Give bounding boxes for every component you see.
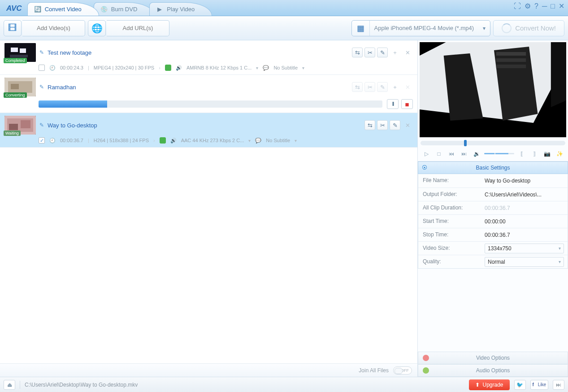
stop-time-value[interactable]: 00:00:36.7: [485, 232, 510, 238]
cut-icon[interactable]: ✂: [377, 120, 388, 130]
close-icon[interactable]: ✕: [559, 2, 564, 10]
button-label: Add Video(s): [22, 20, 85, 36]
minimize-icon[interactable]: ─: [542, 2, 547, 10]
progress-bar: [39, 100, 382, 108]
profile-label: Apple iPhone6 MPEG-4 Movie (*.mp4): [370, 25, 479, 31]
prev-icon[interactable]: ⏮: [447, 149, 456, 159]
list-item[interactable]: Waiting ✎ Way to Go-desktop ⇆ ✂ ✎ ✕ ✓ 🕘 …: [0, 113, 417, 148]
label: Start Time:: [418, 215, 481, 228]
add-urls-button[interactable]: 🌐 Add URL(s): [88, 20, 169, 37]
list-item[interactable]: Converting ✎ Ramadhan ⇆ ✂ ✎ + ✕ II: [0, 75, 417, 113]
join-toggle[interactable]: OFF: [393, 366, 412, 375]
tab-label: Play Video: [167, 6, 195, 13]
list-item[interactable]: Completed ✎ Test new footage ⇆ ✂ ✎ + ✕ 🕘: [0, 40, 417, 75]
facebook-like-button[interactable]: f Like: [530, 380, 548, 390]
statusbar: ⏏ C:\Users\Ariel\Desktop\Way to Go-deskt…: [0, 377, 568, 392]
open-folder-button[interactable]: ⏏: [4, 380, 15, 390]
start-time-value[interactable]: 00:00:00: [485, 218, 506, 225]
output-profile-select[interactable]: ▦ Apple iPhone6 MPEG-4 Movie (*.mp4) ▾: [351, 20, 491, 36]
item-title[interactable]: Way to Go-desktop: [48, 122, 97, 129]
gear-icon[interactable]: ⚙: [525, 2, 531, 10]
cut-icon[interactable]: ✂: [364, 48, 375, 57]
label: Stop Time:: [418, 228, 481, 241]
chevron-down-icon[interactable]: ▾: [248, 138, 251, 143]
checkbox[interactable]: ✓: [39, 137, 45, 144]
item-title[interactable]: Test new footage: [48, 49, 91, 56]
pencil-icon[interactable]: ✎: [39, 49, 44, 56]
bracket-right-icon[interactable]: ⟧: [529, 149, 539, 159]
video-size-select[interactable]: 1334x750▾: [485, 244, 564, 253]
convert-now-button[interactable]: Convert Now!: [493, 20, 564, 36]
remove-icon[interactable]: ✕: [402, 82, 413, 92]
plus-icon[interactable]: +: [390, 82, 400, 92]
tab-burn-dvd[interactable]: 💿 Burn DVD: [94, 2, 155, 16]
play-icon[interactable]: ▷: [421, 149, 431, 159]
svg-marker-18: [551, 42, 566, 107]
expand-icon[interactable]: ⛶: [514, 2, 521, 10]
tab-convert-video[interactable]: 🔄 Convert Video: [27, 2, 99, 16]
panel-title: Video Options: [476, 355, 510, 361]
help-icon[interactable]: ?: [534, 2, 538, 10]
item-title[interactable]: Ramadhan: [48, 84, 76, 91]
basic-settings-header[interactable]: ⦿ Basic Settings: [418, 161, 568, 174]
maximize-icon[interactable]: □: [551, 2, 555, 10]
chevron-down-icon: ▾: [559, 246, 561, 251]
subtitle: No Subtitle: [273, 65, 298, 70]
snapshot-icon[interactable]: 📷: [542, 149, 552, 159]
chevron-down-icon[interactable]: ▾: [302, 65, 304, 70]
label: Quality:: [418, 255, 481, 268]
svg-rect-10: [21, 120, 30, 128]
clip-duration-value: 00:00:36.7: [485, 205, 510, 211]
clock-icon: 🕘: [49, 65, 56, 71]
preview-seekbar[interactable]: [421, 141, 565, 145]
effects-icon[interactable]: ✨: [555, 149, 564, 159]
main-tabs: 🔄 Convert Video 💿 Burn DVD ▶ Play Video: [27, 0, 207, 16]
svg-rect-1: [11, 48, 18, 52]
plus-icon[interactable]: +: [390, 48, 400, 57]
remove-icon[interactable]: ✕: [402, 120, 413, 130]
tab-play-video[interactable]: ▶ Play Video: [149, 2, 212, 16]
audio-options-header[interactable]: Audio Options: [418, 364, 568, 377]
pause-button[interactable]: II: [387, 99, 399, 109]
pencil-icon[interactable]: ✎: [39, 122, 44, 128]
chevron-down-icon[interactable]: ▾: [295, 138, 297, 143]
checkbox[interactable]: [39, 65, 45, 71]
chevron-down-icon[interactable]: ▾: [256, 65, 258, 70]
dot-icon: [423, 355, 429, 361]
button-label: Add URL(s): [107, 20, 169, 36]
output-folder-value[interactable]: C:\Users\Ariel\Videos\...: [485, 192, 542, 198]
quality-select[interactable]: Normal▾: [485, 257, 564, 267]
titlebar: AVC 🔄 Convert Video 💿 Burn DVD ▶ Play Vi…: [0, 0, 568, 16]
volume-icon[interactable]: 🔉: [472, 149, 481, 159]
edit-icon[interactable]: ✎: [390, 120, 400, 130]
bracket-left-icon[interactable]: ⟦: [517, 149, 527, 159]
dot-icon: [423, 367, 429, 374]
remove-icon[interactable]: ✕: [402, 48, 413, 57]
chevron-down-icon: ▾: [559, 259, 561, 264]
output-path: C:\Users\Ariel\Desktop\Way to Go-desktop…: [25, 382, 464, 388]
video-options-header[interactable]: Video Options: [418, 352, 568, 364]
trim-range[interactable]: [484, 153, 514, 154]
subtitle-icon: 💬: [263, 65, 269, 71]
window-controls: ⛶ ⚙ ? ─ □ ✕: [514, 2, 564, 10]
file-name-value[interactable]: Way to Go-desktop: [485, 178, 530, 184]
stop-button[interactable]: ■: [401, 99, 413, 109]
clock-icon: 🕘: [49, 138, 56, 144]
panel-title: Audio Options: [476, 367, 510, 374]
clip-icon[interactable]: ⇆: [352, 48, 363, 57]
twitter-button[interactable]: 🐦: [514, 380, 526, 390]
add-videos-button[interactable]: 🎞 Add Video(s): [4, 20, 85, 37]
clip-icon[interactable]: ⇆: [352, 82, 363, 92]
edit-icon[interactable]: ✎: [377, 82, 388, 92]
edit-icon[interactable]: ✎: [377, 48, 388, 57]
button-label: Convert Now!: [515, 24, 556, 32]
audio-codec: AAC 44 KHz 273 Kbps 2 C...: [181, 138, 244, 143]
stop-icon[interactable]: □: [434, 149, 444, 159]
pencil-icon[interactable]: ✎: [39, 84, 44, 90]
skip-end-icon[interactable]: ⏭: [553, 380, 564, 390]
clip-icon[interactable]: ⇆: [364, 120, 375, 130]
cut-icon[interactable]: ✂: [364, 82, 375, 92]
upgrade-button[interactable]: ⬆ Upgrade: [469, 379, 509, 390]
next-icon[interactable]: ⏭: [459, 149, 469, 159]
basic-settings-grid: File Name:Way to Go-desktop Output Folde…: [418, 174, 568, 269]
